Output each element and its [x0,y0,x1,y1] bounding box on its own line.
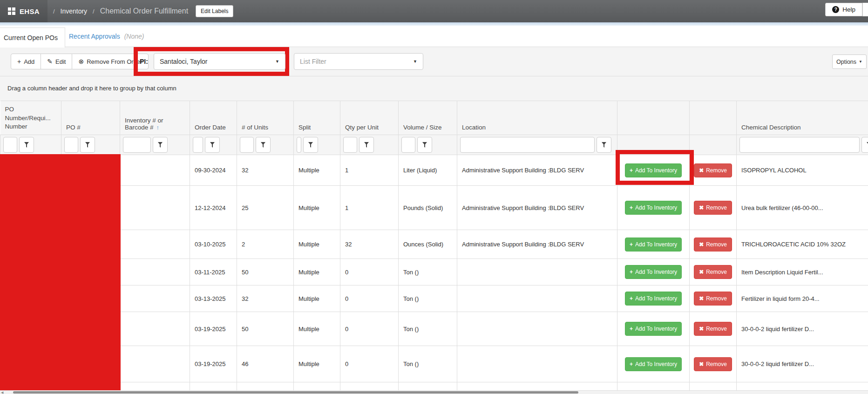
app-grid-icon [8,7,15,15]
breadcrumb-inventory[interactable]: Inventory [61,7,88,15]
edit-labels-button[interactable]: Edit Labels [196,5,233,17]
x-icon: ✖ [699,269,704,275]
tab-recent-approvals-label: Recent Approvals [69,33,120,40]
column-header-order-date[interactable]: Order Date [190,101,237,135]
filter-funnel-button[interactable] [153,137,168,153]
filter-funnel-button[interactable] [205,137,220,153]
help-button[interactable]: ? Help [825,3,862,16]
scroll-left-arrow-icon[interactable]: ◀ [1,391,3,394]
add-to-inventory-button[interactable]: + Add To Inventory [625,201,682,215]
add-to-inventory-button[interactable]: + Add To Inventory [625,322,682,336]
column-header-split[interactable]: Split [294,101,340,135]
cell-qty-per-unit: 1 [340,155,399,186]
column-header-location[interactable]: Location [457,101,617,135]
tab-current-open-pos[interactable]: Current Open POs [0,27,65,48]
group-by-hint-text: Drag a column header and drop it here to… [7,85,176,92]
toolbar-button-group: + Add ✎ Edit ⊗ Remove From Order [11,54,149,69]
edit-button[interactable]: ✎ Edit [41,54,72,69]
cell-order-date: 03-19-2025 [190,346,237,382]
cell-inventory-barcode [120,259,190,285]
filter-funnel-button[interactable] [359,137,374,153]
column-header-add-actions [617,101,690,135]
clipped-edge-button[interactable] [862,3,868,16]
remove-button[interactable]: ✖ Remove [694,201,732,215]
remove-label: Remove [706,269,727,275]
x-icon: ✖ [699,295,704,302]
cell-location: Administrative Support Building :BLDG SE… [457,155,617,186]
cell-split: Multiple [294,312,340,346]
filter-input-units[interactable] [240,137,254,153]
add-to-inventory-button[interactable]: + Add To Inventory [625,357,682,371]
horizontal-scrollbar[interactable]: ◀ [0,390,868,394]
add-to-inventory-button[interactable]: + Add To Inventory [625,292,682,306]
horizontal-scrollbar-thumb[interactable] [13,391,578,394]
cell-volume-size: Ton () [399,346,457,382]
column-header-chemical-description[interactable]: Chemical Description [737,101,868,135]
add-to-inventory-button[interactable]: + Add To Inventory [625,265,682,279]
edit-button-label: Edit [55,58,66,65]
remove-button[interactable]: ✖ Remove [694,238,732,251]
column-header-inventory-barcode[interactable]: Inventory # or Barcode #↑ [120,101,190,135]
filter-input-chemical-description[interactable] [739,137,860,153]
add-to-inventory-label: Add To Inventory [635,295,677,302]
filter-input-po[interactable] [64,137,78,153]
remove-button[interactable]: ✖ Remove [694,163,732,177]
app-brand[interactable]: EHSA [0,0,47,22]
cell-order-date: 09-30-2024 [190,155,237,186]
filter-funnel-button[interactable] [861,137,868,153]
filter-input-split[interactable] [297,137,301,153]
add-button[interactable]: + Add [11,54,41,69]
pi-select-value: Santaloci, Taylor [160,58,207,65]
po-columns-redaction-block [0,154,121,392]
list-filter-select[interactable]: List Filter ▼ [294,53,423,70]
cell-inventory-barcode [120,285,190,312]
filter-input-qty-per-unit[interactable] [343,137,357,153]
cell-split: Multiple [294,230,340,259]
column-header-qty-per-unit[interactable]: Qty per Unit [340,101,399,135]
filter-funnel-button[interactable] [256,137,271,153]
group-by-drop-zone[interactable]: Drag a column header and drop it here to… [0,76,868,101]
filter-input-inventory-barcode[interactable] [123,137,151,153]
tab-bar: Current Open POs Recent Approvals (None) [0,26,868,47]
filter-funnel-button[interactable] [417,137,432,153]
plus-icon: + [630,295,633,302]
filter-funnel-button[interactable] [597,137,611,153]
filter-input-order-date[interactable] [193,137,203,153]
remove-button[interactable]: ✖ Remove [694,265,732,279]
remove-button[interactable]: ✖ Remove [694,322,732,336]
cell-qty-per-unit: 32 [340,230,399,259]
remove-button[interactable]: ✖ Remove [694,292,732,306]
column-header-units[interactable]: # of Units [237,101,294,135]
remove-label: Remove [706,295,727,302]
pi-select[interactable]: Santaloci, Taylor ▼ [154,53,285,70]
filter-funnel-icon [602,142,606,148]
filter-funnel-button[interactable] [80,137,95,153]
cell-volume-size: Liter (Liquid) [399,155,457,186]
page-title: Chemical Order Fulfillment [100,7,188,15]
tab-recent-approvals[interactable]: Recent Approvals (None) [69,33,144,40]
filter-input-po-requisition[interactable] [3,137,17,153]
chevron-down-icon: ▼ [275,59,279,64]
column-header-volume-size[interactable]: Volume / Size [399,101,457,135]
remove-button[interactable]: ✖ Remove [694,357,732,371]
filter-input-location[interactable] [460,137,595,153]
header-accent-strip [0,22,868,26]
add-to-inventory-label: Add To Inventory [635,269,677,275]
column-header-po-number[interactable]: PO # [61,101,120,135]
topbar-right-buttons: ? Help [825,3,868,16]
cell-split: Multiple [294,285,340,312]
cell-chemical-description: Urea bulk fertilizer (46-00-00... [737,186,868,230]
remove-label: Remove [706,241,727,248]
filter-funnel-button[interactable] [303,137,318,153]
filter-funnel-icon [422,142,427,148]
cell-location [457,259,617,285]
filter-funnel-button[interactable] [19,137,34,153]
column-header-po-requisition-number[interactable]: PO Number/Requi... Number [0,101,61,135]
filter-input-volume-size[interactable] [401,137,415,153]
x-icon: ✖ [699,204,704,211]
cell-volume-size: Ton () [399,285,457,312]
cell-chemical-description: 30-0-0-2 liquid fertilizer D... [737,312,868,346]
add-to-inventory-button[interactable]: + Add To Inventory [625,238,682,251]
help-question-icon: ? [832,6,839,13]
options-button[interactable]: Options ▼ [832,54,867,69]
